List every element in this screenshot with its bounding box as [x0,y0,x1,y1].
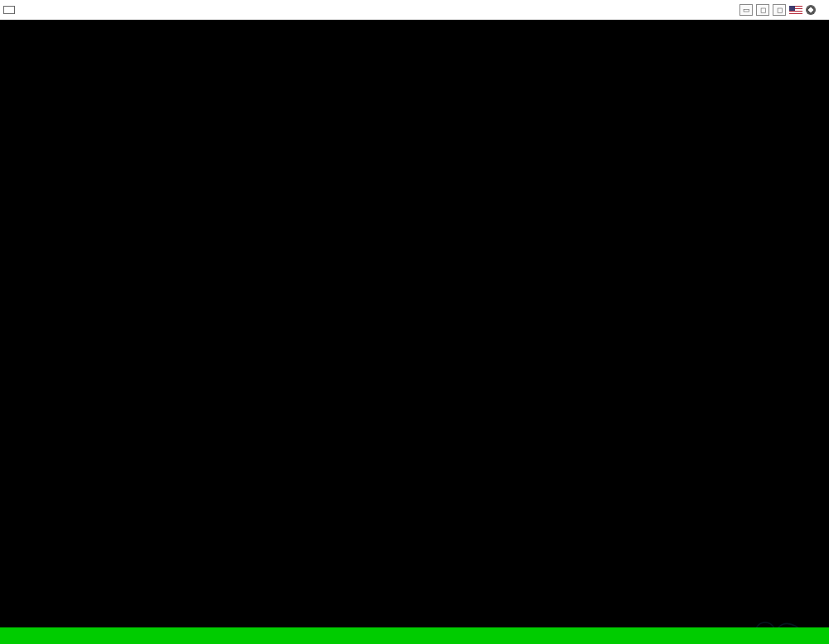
window-button-1[interactable]: ▭ [739,4,753,16]
window-button-3[interactable]: ◻ [773,4,786,16]
gear-icon[interactable] [806,5,816,15]
titlebar-right: ▭ ◻ ◻ [739,4,826,16]
app-icon [3,4,15,16]
locale-flag-icon[interactable] [789,6,802,14]
tmux-status-bar [0,627,829,644]
titlebar-left [3,4,20,16]
watermark-icon [705,596,779,629]
terminal-viewport[interactable] [0,20,829,644]
window-button-2[interactable]: ◻ [756,4,769,16]
blank-line [0,189,829,206]
window-titlebar: ▭ ◻ ◻ [0,0,829,20]
